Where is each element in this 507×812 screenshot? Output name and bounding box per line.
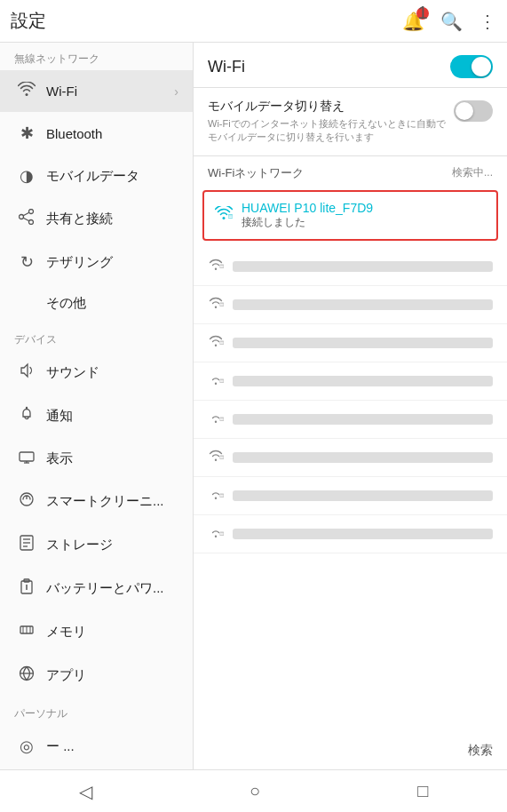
wifi-signal-icon-2	[208, 296, 224, 314]
bottom-nav: ◁ ○ □	[0, 769, 507, 812]
sidebar-item-apps[interactable]: アプリ	[0, 654, 193, 697]
storage-icon	[14, 535, 39, 555]
search-button[interactable]: 検索	[468, 743, 493, 759]
top-bar: 設定 🔔 1 🔍 ⋮	[0, 0, 507, 43]
sidebar-item-mobile-data[interactable]: ◑ モバイルデータ	[0, 155, 193, 197]
sidebar-item-sound-label: サウンド	[46, 364, 178, 381]
wifi-header: Wi-Fi	[194, 43, 507, 88]
sidebar-item-memory[interactable]: メモリ	[0, 610, 193, 654]
sidebar-item-bluetooth[interactable]: ✱ Bluetooth	[0, 112, 193, 155]
sidebar-item-tethering-label: テザリング	[46, 254, 178, 271]
bluetooth-icon: ✱	[14, 123, 39, 143]
more-menu-icon[interactable]: ⋮	[479, 11, 496, 32]
blurred-network-name-2	[233, 299, 493, 310]
notif-badge: 1	[416, 7, 429, 20]
sidebar-item-personal-sub[interactable]: ◎ ー ...	[0, 725, 193, 768]
svg-point-5	[26, 407, 28, 409]
wifi-signal-icon-8	[208, 525, 224, 543]
network-item-3[interactable]	[194, 324, 507, 362]
connected-network-item[interactable]: HUAWEI P10 lite_F7D9 接続しました	[202, 190, 498, 241]
sidebar-item-sound[interactable]: サウンド	[0, 351, 193, 394]
search-btn-row: 検索	[194, 732, 507, 769]
wifi-signal-icon-7	[208, 487, 224, 505]
wifi-title: Wi-Fi	[208, 58, 450, 76]
battery-icon	[14, 578, 39, 599]
blurred-network-name-6	[233, 452, 493, 463]
connected-net-info: HUAWEI P10 lite_F7D9 接続しました	[242, 201, 373, 230]
network-item-5[interactable]	[194, 401, 507, 439]
sidebar-item-storage-label: ストレージ	[46, 537, 178, 553]
sidebar-item-display[interactable]: 表示	[0, 438, 193, 480]
networks-header: Wi-Fiネットワーク 検索中...	[194, 156, 507, 187]
notification-settings-icon	[14, 406, 39, 426]
network-item-7[interactable]	[194, 477, 507, 515]
main-layout: 無線ネットワーク Wi-Fi › ✱ Bluetooth ◑ モバイルデータ	[0, 43, 507, 769]
blurred-network-name-7	[233, 490, 493, 501]
sidebar-item-tethering[interactable]: ↻ テザリング	[0, 241, 193, 283]
svg-point-2	[29, 220, 34, 225]
memory-icon	[14, 622, 39, 642]
blurred-network-name-1	[233, 261, 493, 272]
sidebar-item-bluetooth-label: Bluetooth	[46, 126, 178, 141]
network-item-2[interactable]	[194, 286, 507, 324]
blurred-network-name-8	[233, 529, 493, 539]
mobile-data-text: モバイルデータ切り替え Wi-Fiでのインターネット接続を行えないときに自動でモ…	[208, 99, 454, 145]
sidebar-item-battery[interactable]: バッテリーとパワ...	[0, 567, 193, 610]
section-label-devices: デバイス	[0, 323, 193, 351]
section-label-personal: パーソナル	[0, 697, 193, 725]
sidebar-item-other[interactable]: その他	[0, 283, 193, 323]
personal-sub-icon: ◎	[14, 736, 39, 756]
blurred-network-name-4	[233, 376, 493, 386]
searching-label: 検索中...	[452, 165, 493, 180]
sound-icon	[14, 362, 39, 383]
cleaner-icon	[14, 491, 39, 512]
svg-point-1	[20, 215, 24, 219]
mobile-data-icon: ◑	[14, 166, 39, 186]
wifi-icon	[14, 82, 39, 100]
svg-rect-6	[20, 452, 34, 461]
sidebar-item-cleaner-label: スマートクリーニ...	[46, 493, 178, 510]
mobile-data-toggle[interactable]	[454, 100, 493, 122]
sidebar-item-cleaner[interactable]: スマートクリーニ...	[0, 480, 193, 523]
sidebar-item-display-label: 表示	[46, 450, 178, 467]
sidebar-item-wifi-label: Wi-Fi	[46, 84, 174, 99]
back-button[interactable]: ◁	[58, 774, 114, 809]
sidebar-item-battery-label: バッテリーとパワ...	[46, 580, 178, 597]
content-panel: Wi-Fi モバイルデータ切り替え Wi-Fiでのインターネット接続を行えないと…	[194, 43, 507, 769]
network-item-1[interactable]	[194, 248, 507, 286]
sidebar-item-notification-label: 通知	[46, 408, 178, 425]
wifi-toggle[interactable]	[450, 55, 493, 78]
network-item-4[interactable]	[194, 362, 507, 401]
page-title: 設定	[11, 9, 402, 33]
mobile-data-switch-title: モバイルデータ切り替え	[208, 99, 454, 115]
sidebar-item-sharing-label: 共有と接続	[46, 211, 178, 227]
svg-line-3	[23, 212, 29, 216]
chevron-right-icon: ›	[174, 84, 178, 99]
sidebar-item-notification[interactable]: 通知	[0, 394, 193, 438]
sidebar-item-memory-label: メモリ	[46, 624, 178, 641]
networks-label: Wi-Fiネットワーク	[208, 165, 452, 181]
notification-icon[interactable]: 🔔 1	[402, 11, 424, 32]
search-icon[interactable]: 🔍	[440, 11, 463, 32]
display-icon	[14, 450, 39, 468]
network-item-8[interactable]	[194, 515, 507, 553]
top-bar-icons: 🔔 1 🔍 ⋮	[402, 11, 496, 32]
sidebar-item-sharing[interactable]: 共有と接続	[0, 197, 193, 241]
svg-line-4	[23, 218, 29, 221]
sidebar-item-wifi[interactable]: Wi-Fi ›	[0, 70, 193, 112]
sidebar-item-apps-label: アプリ	[46, 667, 178, 684]
mobile-data-switch-section: モバイルデータ切り替え Wi-Fiでのインターネット接続を行えないときに自動でモ…	[194, 88, 507, 156]
connected-net-name: HUAWEI P10 lite_F7D9	[242, 201, 373, 215]
sidebar-item-storage[interactable]: ストレージ	[0, 523, 193, 567]
network-item-6[interactable]	[194, 439, 507, 477]
home-button[interactable]: ○	[228, 774, 281, 808]
section-label-wireless: 無線ネットワーク	[0, 43, 193, 70]
apps-icon	[14, 665, 39, 686]
wifi-signal-icon-3	[208, 334, 224, 352]
recent-apps-button[interactable]: □	[396, 774, 449, 808]
wifi-signal-icon-4	[208, 372, 224, 390]
mobile-data-switch-desc: Wi-Fiでのインターネット接続を行えないときに自動でモバイルデータに切り替えを…	[208, 117, 454, 145]
tethering-icon: ↻	[14, 252, 39, 272]
connected-wifi-icon	[215, 206, 233, 225]
sidebar: 無線ネットワーク Wi-Fi › ✱ Bluetooth ◑ モバイルデータ	[0, 43, 194, 769]
